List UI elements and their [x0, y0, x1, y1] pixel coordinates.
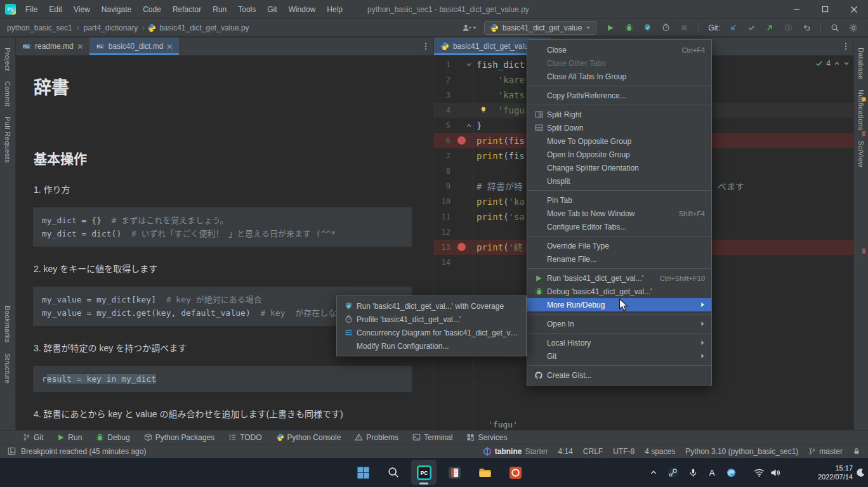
- toolwindow-button-terminal[interactable]: Terminal: [412, 433, 452, 442]
- menu-item-profile-basic41-dict-get-val-[interactable]: Profile 'basic41_dict_get_val...': [337, 313, 526, 326]
- menu-item-open-in-opposite-group[interactable]: Open In Opposite Group: [527, 148, 711, 161]
- tool-stripe-project[interactable]: Project: [4, 48, 11, 71]
- toolwindow-button-problems[interactable]: Problems: [355, 433, 398, 442]
- breakpoint-icon[interactable]: [457, 243, 466, 251]
- menu-item-rename-file-[interactable]: Rename File...: [527, 252, 711, 266]
- tool-stripe-notifications[interactable]: Notifications: [857, 89, 865, 131]
- menu-file[interactable]: File: [20, 0, 43, 18]
- menu-item-change-splitter-orientation[interactable]: Change Splitter Orientation: [527, 161, 711, 174]
- edge-icon[interactable]: [722, 458, 740, 487]
- tool-stripe-structure[interactable]: Structure: [4, 353, 11, 384]
- toolwindow-button-python-console[interactable]: Python Console: [276, 433, 341, 442]
- menu-code[interactable]: Code: [137, 0, 167, 18]
- wifi-icon[interactable]: [750, 458, 768, 487]
- settings-button[interactable]: [846, 21, 860, 35]
- history-button[interactable]: [781, 21, 795, 35]
- menu-refactor[interactable]: Refactor: [167, 0, 207, 18]
- fold-down-icon[interactable]: [466, 61, 472, 70]
- lock-icon[interactable]: [853, 447, 860, 455]
- menu-help[interactable]: Help: [321, 0, 348, 18]
- status-python-interpreter[interactable]: Python 3.10 (python_basic_sec1): [685, 447, 798, 456]
- tabnine-status[interactable]: tabnineStarter: [483, 447, 548, 456]
- stop-button[interactable]: [677, 21, 691, 35]
- tool-stripe-pull-requests[interactable]: Pull Requests: [4, 117, 11, 163]
- status-file-encoding[interactable]: UTF-8: [613, 447, 635, 456]
- push-button[interactable]: [763, 21, 777, 35]
- breadcrumb-item[interactable]: basic41_dict_get_value.py: [157, 23, 251, 32]
- menu-item-pin-tab[interactable]: Pin Tab: [527, 193, 711, 207]
- menu-item-override-file-type[interactable]: Override File Type: [527, 239, 711, 252]
- menu-git[interactable]: Git: [261, 0, 282, 18]
- toolwindow-button-debug[interactable]: Debug: [96, 433, 129, 442]
- status-line-separator[interactable]: CRLF: [583, 447, 603, 456]
- menu-item-move-to-opposite-group[interactable]: Move To Opposite Group: [527, 134, 711, 148]
- steam-icon[interactable]: [664, 458, 681, 487]
- moon-icon[interactable]: [852, 458, 868, 487]
- red-app-button[interactable]: [503, 460, 528, 485]
- toolwindow-button-run[interactable]: Run: [57, 433, 82, 442]
- coverage-button[interactable]: [640, 21, 654, 35]
- git-branch[interactable]: master: [808, 447, 843, 456]
- profiler-button[interactable]: [659, 21, 673, 35]
- menu-edit[interactable]: Edit: [43, 0, 68, 18]
- commit-button[interactable]: [744, 21, 758, 35]
- tool-stripe-commit[interactable]: Commit: [4, 81, 11, 107]
- inspections-widget[interactable]: 4: [815, 59, 850, 68]
- menu-window[interactable]: Window: [283, 0, 322, 18]
- menu-item-close-all-tabs-in-group[interactable]: Close All Tabs In Group: [527, 70, 711, 83]
- users-button[interactable]: [462, 21, 477, 35]
- menu-item-split-down[interactable]: Split Down: [527, 121, 711, 134]
- mic-icon[interactable]: [684, 458, 702, 487]
- menu-item-copy-path-reference-[interactable]: Copy Path/Reference...: [527, 89, 711, 102]
- explorer-button[interactable]: [472, 460, 497, 485]
- menu-item-git[interactable]: Git: [527, 349, 711, 363]
- toolwindow-button-python-packages[interactable]: Python Packages: [144, 433, 214, 442]
- menu-item-run-basic41-dict-get-val-with-coverage[interactable]: Run 'basic41_dict_get_val...' with Cover…: [337, 299, 526, 313]
- menu-item-local-history[interactable]: Local History: [527, 336, 711, 349]
- menu-item-modify-run-configuration-[interactable]: Modify Run Configuration...: [337, 339, 526, 353]
- tab-readme-md[interactable]: readme.md: [16, 37, 89, 55]
- toolwindow-button-todo[interactable]: TODO: [228, 433, 261, 442]
- menu-item-configure-editor-tabs-[interactable]: Configure Editor Tabs...: [527, 220, 711, 233]
- menu-item-debug-basic41-dict-get-val-[interactable]: Debug 'basic41_dict_get_val...': [527, 285, 711, 298]
- git-update-button[interactable]: [726, 21, 740, 35]
- menu-view[interactable]: View: [68, 0, 96, 18]
- rollback-button[interactable]: [799, 21, 813, 35]
- menu-item-move-tab-to-new-window[interactable]: Move Tab to New WindowShift+F4: [527, 207, 711, 220]
- menu-item-split-right[interactable]: Split Right: [527, 108, 711, 121]
- menu-item-open-in[interactable]: Open In: [527, 317, 711, 330]
- tool-stripe-sciview[interactable]: SciView: [857, 141, 865, 167]
- search-button[interactable]: [828, 21, 842, 35]
- more-dots-icon[interactable]: [838, 37, 853, 55]
- menu-item-unsplit[interactable]: Unsplit: [527, 174, 711, 188]
- toolwindow-toggle-icon[interactable]: [8, 447, 16, 455]
- run-config-select[interactable]: basic41_dict_get_value: [484, 21, 596, 35]
- breakpoint-icon[interactable]: [457, 136, 466, 145]
- fold-up-icon[interactable]: [466, 122, 472, 131]
- run-button[interactable]: [603, 21, 617, 35]
- breadcrumb-item[interactable]: part4_dictionary: [82, 23, 140, 32]
- tool-stripe-database[interactable]: Database: [857, 48, 865, 79]
- breadcrumb-item[interactable]: python_basic_sec1: [5, 23, 74, 32]
- status-indent-style[interactable]: 4 spaces: [645, 447, 675, 456]
- close-button[interactable]: [839, 0, 868, 18]
- status-caret-position[interactable]: 4:14: [558, 447, 572, 456]
- menu-item-run-basic41-dict-get-val-[interactable]: Run 'basic41_dict_get_val...'Ctrl+Shift+…: [527, 271, 711, 285]
- taskbar-clock[interactable]: 15:172022/07/14: [818, 464, 853, 481]
- menu-item-close[interactable]: CloseCtrl+F4: [527, 43, 711, 56]
- notes-app-button[interactable]: [442, 460, 467, 485]
- menu-item-concurrency-diagram-for-basic41-dict-get-val-[interactable]: Concurrency Diagram for 'basic41_dict_ge…: [337, 326, 526, 339]
- menu-tools[interactable]: Tools: [232, 0, 261, 18]
- tab-basic40-dict-md[interactable]: basic40_dict.md: [89, 37, 180, 55]
- tool-stripe-bookmarks[interactable]: Bookmarks: [4, 306, 11, 343]
- menu-item-create-gist-[interactable]: Create Gist...: [527, 368, 711, 382]
- ime-mode-indicator[interactable]: A: [703, 458, 721, 487]
- menu-navigate[interactable]: Navigate: [96, 0, 137, 18]
- volume-icon[interactable]: [766, 458, 784, 487]
- more-dots-icon[interactable]: [418, 37, 433, 55]
- start-button[interactable]: [350, 460, 376, 485]
- debug-button[interactable]: [622, 21, 636, 35]
- taskbar-search-button[interactable]: [381, 460, 406, 485]
- maximize-button[interactable]: [811, 0, 839, 18]
- toolwindow-button-git[interactable]: Git: [23, 433, 43, 442]
